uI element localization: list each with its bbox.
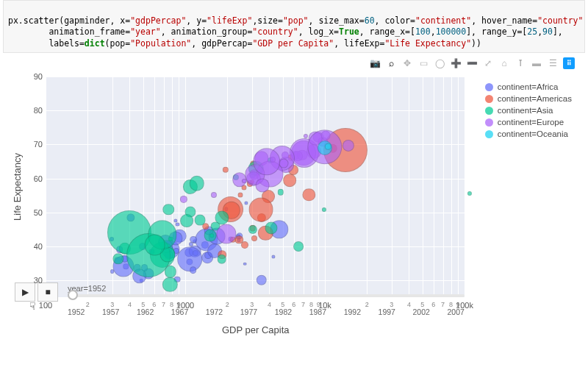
x-tick: 10k — [318, 301, 331, 310]
x-tick: 7 — [441, 301, 445, 308]
year-tick: 1962 — [137, 307, 154, 316]
zoom-in-icon[interactable]: ➕ — [450, 57, 462, 69]
x-tick: 100k — [456, 301, 473, 310]
year-tick: 2002 — [413, 307, 430, 316]
year-slider[interactable]: year=1952 — [68, 294, 465, 297]
data-point[interactable] — [204, 230, 217, 242]
spike-icon[interactable]: ⊺ — [514, 57, 526, 69]
year-tick: 1977 — [240, 307, 257, 316]
hover-icon[interactable]: ▬ — [531, 57, 542, 69]
data-point[interactable] — [189, 176, 204, 191]
reset-icon[interactable]: ⌂ — [498, 57, 510, 69]
legend-dot-icon — [485, 83, 493, 91]
hover-compare-icon[interactable]: ☰ — [547, 57, 559, 69]
data-point[interactable] — [216, 224, 236, 244]
data-point[interactable] — [190, 236, 197, 243]
year-tick: 1952 — [68, 307, 85, 316]
data-point[interactable] — [248, 225, 257, 234]
stop-icon: ■ — [45, 287, 50, 297]
data-point[interactable] — [190, 266, 197, 274]
data-point[interactable] — [322, 207, 326, 211]
data-point[interactable] — [180, 196, 187, 203]
data-point[interactable] — [241, 241, 248, 249]
legend-item[interactable]: continent=Americas — [485, 94, 572, 103]
data-point[interactable] — [256, 178, 270, 192]
plotly-toolbar: 📷 ⌕ ✥ ▭ ◯ ➕ ➖ ⤢ ⌂ ⊺ ▬ ☰ ⠿ — [0, 53, 588, 71]
data-point[interactable] — [181, 214, 194, 227]
data-point[interactable] — [279, 159, 289, 168]
legend-dot-icon — [485, 130, 493, 138]
year-tick: 1982 — [275, 307, 292, 316]
slider-thumb[interactable] — [68, 290, 78, 300]
cursor-icon: ☟ — [29, 300, 36, 312]
legend[interactable]: continent=Africacontinent=Americascontin… — [485, 82, 572, 141]
legend-dot-icon — [485, 118, 493, 127]
code-cell: px.scatter(gapminder, x="gdpPercap", y="… — [3, 0, 585, 53]
data-point[interactable] — [211, 192, 217, 198]
x-tick: 7 — [162, 301, 165, 308]
data-point[interactable] — [283, 174, 296, 187]
stop-button[interactable]: ■ — [37, 282, 58, 302]
data-point[interactable] — [265, 222, 278, 235]
data-point[interactable] — [251, 235, 257, 241]
data-point[interactable] — [257, 275, 268, 286]
x-tick: 6 — [152, 301, 156, 308]
year-tick: 1972 — [206, 307, 223, 316]
data-point[interactable] — [467, 191, 472, 196]
x-tick: 3 — [390, 301, 393, 308]
data-point[interactable] — [244, 202, 248, 205]
legend-label: continent=Europe — [498, 118, 564, 127]
legend-label: continent=Oceania — [498, 129, 568, 138]
x-tick: 6 — [292, 301, 295, 308]
legend-label: continent=Asia — [498, 106, 553, 115]
data-point[interactable] — [304, 134, 308, 138]
y-tick: 50 — [29, 208, 43, 217]
x-tick: 3 — [110, 301, 114, 308]
year-tick: 1992 — [344, 307, 361, 316]
y-tick: 40 — [29, 242, 43, 251]
zoom-icon[interactable]: ⌕ — [385, 57, 397, 69]
x-tick: 5 — [281, 301, 284, 308]
lasso-icon[interactable]: ◯ — [434, 57, 445, 69]
legend-label: continent=Africa — [498, 82, 559, 91]
year-tick: 1957 — [102, 307, 119, 316]
animation-controls: ▶ ■ — [15, 282, 58, 302]
data-point[interactable] — [162, 277, 177, 291]
x-tick: 6 — [431, 301, 435, 308]
plotly-logo-icon[interactable]: ⠿ — [563, 57, 575, 69]
autoscale-icon[interactable]: ⤢ — [482, 57, 494, 69]
chart-area: Life Expectancy GDP per Capita continent… — [3, 71, 585, 343]
play-icon: ▶ — [22, 287, 29, 297]
legend-item[interactable]: continent=Oceania — [485, 129, 572, 138]
data-point[interactable] — [217, 255, 226, 264]
data-point[interactable] — [243, 263, 247, 266]
x-tick: 8 — [170, 301, 173, 308]
box-select-icon[interactable]: ▭ — [417, 57, 429, 69]
x-tick: 4 — [128, 301, 132, 308]
x-axis-title: GDP per Capita — [222, 324, 290, 335]
pan-icon[interactable]: ✥ — [401, 57, 413, 69]
camera-icon[interactable]: 📷 — [369, 57, 381, 69]
data-point[interactable] — [293, 241, 304, 252]
plot-area[interactable] — [46, 77, 465, 297]
x-tick: 5 — [141, 301, 145, 308]
y-tick: 60 — [29, 174, 43, 183]
data-point[interactable] — [237, 192, 243, 197]
legend-item[interactable]: continent=Africa — [485, 82, 572, 91]
data-point[interactable] — [144, 235, 165, 256]
x-tick: 5 — [420, 301, 424, 308]
data-point[interactable] — [272, 255, 276, 258]
legend-dot-icon — [485, 107, 493, 115]
legend-dot-icon — [485, 95, 493, 103]
legend-item[interactable]: continent=Asia — [485, 106, 572, 115]
play-button[interactable]: ▶ — [15, 282, 35, 302]
data-point[interactable] — [162, 204, 174, 216]
data-point[interactable] — [165, 266, 176, 277]
data-point[interactable] — [110, 270, 115, 274]
data-point[interactable] — [195, 214, 206, 225]
zoom-out-icon[interactable]: ➖ — [466, 57, 478, 69]
x-tick: 8 — [309, 301, 313, 308]
legend-item[interactable]: continent=Europe — [485, 118, 572, 127]
data-point[interactable] — [303, 188, 315, 201]
data-point[interactable] — [248, 198, 273, 222]
